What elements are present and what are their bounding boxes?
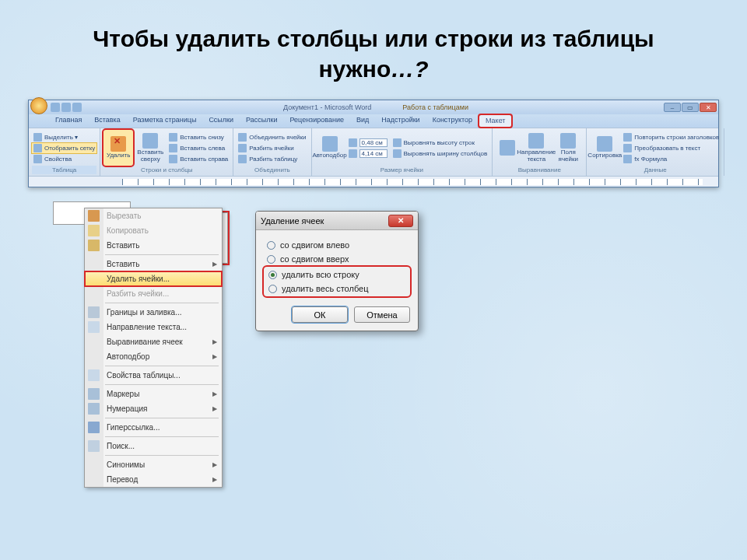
dialog-title: Удаление ячеек (261, 216, 324, 226)
radio-delete-col[interactable]: удалить весь столбец (265, 282, 409, 296)
paste-icon (88, 240, 100, 251)
ctx-bullets[interactable]: Маркеры▶ (85, 387, 222, 401)
numbering-icon (88, 403, 100, 415)
autofit-icon (322, 136, 338, 152)
ctx-synonyms[interactable]: Синонимы▶ (85, 457, 222, 472)
col-width: 4,14 см (347, 149, 389, 159)
select-button[interactable]: Выделить ▾ (32, 132, 96, 142)
dialog-body: со сдвигом влево со сдвигом вверх удалит… (256, 230, 418, 300)
window-buttons: – ▭ ✕ (664, 103, 717, 112)
minimize-button[interactable]: – (664, 103, 681, 112)
doc-title: Документ1 - Microsoft Word (283, 103, 371, 111)
ribbon: Выделить ▾ Отобразить сетку Свойства Таб… (29, 128, 718, 176)
distribute-cols-button[interactable]: Выровнять ширину столбцов (391, 149, 489, 159)
ctx-direction[interactable]: Направление текста... (85, 320, 222, 334)
col-width-input[interactable]: 4,14 см (359, 149, 388, 158)
qat-redo-icon[interactable] (72, 103, 82, 112)
delete-cells-dialog: Удаление ячеек ✕ со сдвигом влево со сдв… (255, 211, 419, 331)
group-align-label: Выравнивание (496, 166, 583, 174)
ctx-cut[interactable]: Вырезать (85, 208, 222, 223)
cursor-icon (33, 133, 42, 142)
cell-margins-button[interactable]: Поля ячейки (553, 130, 583, 166)
radio-shift-up[interactable]: со сдвигом вверх (264, 252, 410, 266)
radio-delete-row[interactable]: удалить всю строку (265, 268, 409, 282)
sort-button[interactable]: Сортировка (590, 130, 619, 166)
properties-button[interactable]: Свойства (32, 154, 96, 164)
group-cellsize: Автоподбор 0,48 см 4,14 см Выровнять выс… (312, 128, 493, 176)
ctx-sep (105, 366, 219, 366)
qat-save-icon[interactable] (51, 103, 60, 112)
cut-icon (88, 210, 100, 222)
merge-cells-button[interactable]: Объединить ячейки (237, 132, 307, 142)
group-data: Сортировка Повторить строки заголовков П… (587, 128, 724, 176)
distribute-rows-button[interactable]: Выровнять высоту строк (391, 138, 489, 148)
split-cells-button[interactable]: Разбить ячейки (237, 143, 307, 153)
tab-home[interactable]: Главная (49, 114, 88, 128)
tab-design[interactable]: Конструктор (426, 114, 479, 128)
radio-icon (267, 241, 275, 250)
tab-mailings[interactable]: Рассылки (240, 114, 283, 128)
ctx-numbering[interactable]: Нумерация▶ (85, 401, 222, 416)
repeat-headers-button[interactable]: Повторить строки заголовков (622, 132, 721, 142)
align-grid[interactable] (496, 130, 519, 166)
dialog-close-button[interactable]: ✕ (388, 215, 413, 227)
formula-button[interactable]: fx Формула (622, 154, 721, 164)
formula-icon (623, 155, 632, 163)
insert-above-icon (142, 133, 158, 149)
delete-button[interactable]: Удалить (103, 130, 133, 166)
ruler (29, 176, 718, 187)
autofit-button[interactable]: Автоподбор (315, 130, 345, 166)
insert-above-button[interactable]: Вставить сверху (135, 130, 165, 166)
ctx-split[interactable]: Разбить ячейки... (85, 286, 222, 301)
chevron-right-icon: ▶ (212, 261, 217, 268)
office-button[interactable] (30, 97, 47, 114)
properties-icon (33, 155, 42, 163)
qat-undo-icon[interactable] (61, 103, 71, 112)
insert-left-button[interactable]: Вставить слева (167, 143, 230, 153)
text-direction-button[interactable]: Направление текста (521, 130, 551, 166)
ctx-copy[interactable]: Копировать (85, 223, 222, 238)
ctx-insert[interactable]: Вставить▶ (85, 257, 222, 271)
insert-below-button[interactable]: Вставить снизу (167, 132, 230, 142)
radio-shift-left[interactable]: со сдвигом влево (264, 238, 410, 252)
split-icon (238, 144, 247, 152)
maximize-button[interactable]: ▭ (682, 103, 699, 112)
convert-icon (623, 144, 632, 152)
highlighted-radios: удалить всю строку удалить весь столбец (264, 267, 410, 296)
insert-right-button[interactable]: Вставить справа (167, 154, 230, 164)
ctx-borders[interactable]: Границы и заливка... (85, 305, 222, 320)
convert-text-button[interactable]: Преобразовать в текст (622, 143, 721, 153)
ctx-hyperlink[interactable]: Гиперссылка... (85, 420, 222, 435)
tab-view[interactable]: Вид (350, 114, 375, 128)
title-center: Документ1 - Microsoft Word Работа с табл… (88, 103, 664, 111)
insert-left-icon (169, 144, 177, 152)
tab-pagelayout[interactable]: Разметка страницы (127, 114, 203, 128)
context-tab-label: Работа с таблицами (402, 103, 468, 111)
cancel-button[interactable]: Отмена (354, 306, 410, 323)
close-button[interactable]: ✕ (700, 103, 717, 112)
tab-layout[interactable]: Макет (479, 114, 512, 128)
ctx-delete-cells[interactable]: Удалить ячейки... (85, 271, 222, 286)
tab-addins[interactable]: Надстройки (375, 114, 426, 128)
tab-insert[interactable]: Вставка (88, 114, 126, 128)
ctx-align[interactable]: Выравнивание ячеек▶ (85, 334, 222, 349)
sort-icon (597, 136, 612, 152)
insert-below-icon (169, 133, 177, 142)
tab-review[interactable]: Рецензирование (283, 114, 350, 128)
ctx-search[interactable]: Поиск... (85, 439, 222, 453)
split-table-button[interactable]: Разбить таблицу (237, 154, 307, 164)
ctx-paste[interactable]: Вставить (85, 238, 222, 253)
link-icon (88, 422, 100, 433)
tab-references[interactable]: Ссылки (202, 114, 240, 128)
width-icon (349, 149, 357, 158)
show-grid-button[interactable]: Отобразить сетку (32, 143, 96, 153)
ctx-translate[interactable]: Перевод▶ (85, 472, 222, 487)
row-height-input[interactable]: 0,48 см (359, 138, 388, 147)
radio-icon (267, 255, 275, 264)
ctx-table-props[interactable]: Свойства таблицы... (85, 368, 222, 383)
ok-button[interactable]: ОК (292, 306, 348, 323)
ctx-sep (105, 418, 219, 418)
group-table: Выделить ▾ Отобразить сетку Свойства Таб… (29, 128, 100, 176)
group-rows-cols-label: Строки и столбцы (103, 166, 230, 174)
ctx-autofit[interactable]: Автоподбор▶ (85, 349, 222, 364)
